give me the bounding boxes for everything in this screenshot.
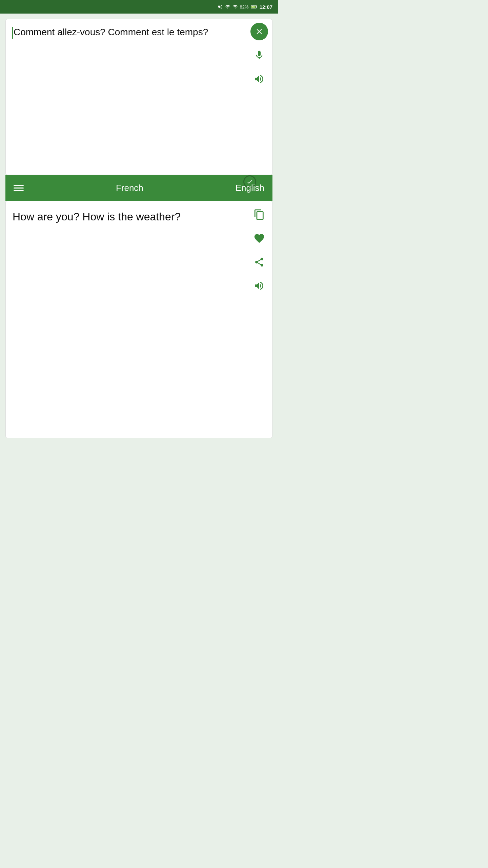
speaker-output-button[interactable] <box>250 277 268 295</box>
target-language[interactable]: English <box>236 183 264 193</box>
clear-button[interactable] <box>250 23 268 40</box>
copy-button[interactable] <box>250 206 268 223</box>
status-bar: 82% 12:07 <box>0 0 278 14</box>
source-language[interactable]: French <box>116 183 143 193</box>
microphone-button[interactable] <box>250 46 268 64</box>
status-icons: 82% 12:07 <box>218 4 272 10</box>
share-button[interactable] <box>250 253 268 271</box>
output-panel: How are you? How is the weather? <box>5 201 272 438</box>
wifi-icon <box>225 4 230 9</box>
menu-button[interactable] <box>14 185 24 191</box>
status-time: 12:07 <box>260 4 272 10</box>
input-text[interactable]: Comment allez-vous? Comment est le temps… <box>6 19 272 155</box>
battery-level: 82% <box>240 4 249 9</box>
source-text: Comment allez-vous? Comment est le temps… <box>14 27 208 37</box>
toolbar: French English <box>5 175 272 201</box>
battery-icon <box>251 4 258 9</box>
output-actions <box>250 206 268 295</box>
signal-icon <box>232 4 238 9</box>
mute-icon <box>218 4 223 9</box>
input-actions <box>250 23 268 88</box>
speaker-input-button[interactable] <box>250 70 268 88</box>
translated-text: How are you? How is the weather? <box>13 211 181 223</box>
favorite-button[interactable] <box>250 230 268 247</box>
output-text: How are you? How is the weather? <box>6 201 272 233</box>
target-language-container: English <box>236 183 264 193</box>
text-cursor <box>12 27 13 39</box>
input-panel: Comment allez-vous? Comment est le temps… <box>5 19 272 175</box>
